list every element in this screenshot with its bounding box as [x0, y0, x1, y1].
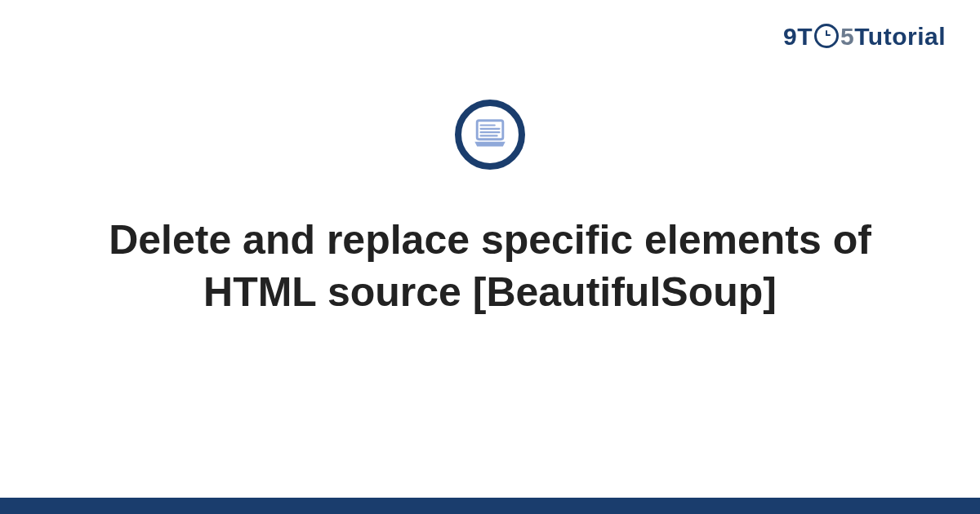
logo-part-nine: 9 — [783, 23, 797, 51]
logo-part-five: 5 — [840, 23, 854, 51]
laptop-icon — [455, 100, 525, 170]
footer-bar — [0, 498, 980, 514]
site-logo: 9 T 5 Tutorial — [783, 23, 946, 51]
header-icon-wrap — [455, 100, 525, 170]
logo-part-tutorial: Tutorial — [854, 23, 946, 51]
page-title: Delete and replace specific elements of … — [49, 214, 931, 318]
logo-clock-inner — [821, 29, 832, 42]
laptop-svg-icon — [471, 116, 509, 153]
logo-part-t: T — [797, 23, 813, 51]
logo-clock-icon — [814, 24, 839, 48]
